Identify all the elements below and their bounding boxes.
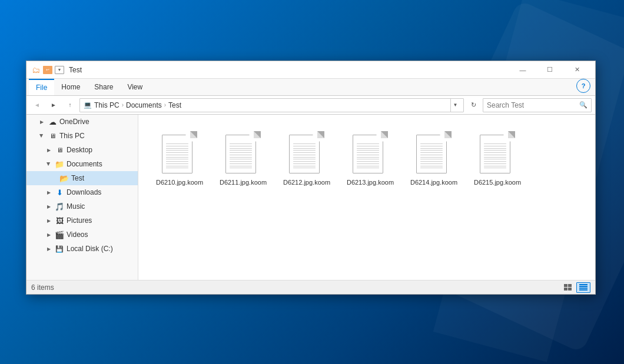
maximize-button[interactable]: ☐ [536,61,563,79]
sidebar-label-desktop: Desktop [67,146,92,154]
svg-rect-3 [568,288,572,290]
back-button[interactable]: ◄ [30,98,44,112]
music-icon: 🎵 [55,202,64,211]
doc-icon-5 [480,131,515,173]
grid-view-icon [579,284,588,291]
qat-icon-1: ↩ [43,66,52,74]
file-explorer-window: 🗂 ↩ ▼ Test — ☐ ✕ File Home Share View ? … [26,61,596,295]
refresh-button[interactable]: ↻ [466,98,480,112]
file-icon-container-1 [222,129,264,176]
doc-icon-2 [289,131,324,173]
this-pc-icon: 🖥 [48,131,57,141]
expand-arrow-onedrive[interactable]: ▶ [38,118,45,125]
expand-arrow-this-pc[interactable]: ▶ [38,132,45,139]
file-name-1: D6211.jpg.koom [220,178,267,186]
expand-arrow-videos[interactable]: ▶ [45,231,52,238]
ribbon-tabs: File Home Share View ? [26,79,595,95]
svg-rect-6 [579,288,588,289]
sidebar-label-test: Test [71,174,84,182]
window-controls: — ☐ ✕ [509,61,590,79]
qat-icon-2: ▼ [55,66,64,74]
file-name-4: D6214.jpg.koom [410,178,457,186]
search-input[interactable] [487,101,577,109]
sidebar-label-downloads: Downloads [67,188,101,196]
minimize-button[interactable]: — [509,61,536,79]
expand-arrow-downloads[interactable]: ▶ [45,189,52,196]
file-grid: D6210.jpg.koom [138,115,595,280]
view-grid-button[interactable] [576,282,590,293]
addressbar: ◄ ► ↑ 💻 This PC › Documents › Test ▼ ↻ 🔍 [26,96,595,115]
file-icon-container-2 [286,129,328,176]
doc-icon-4 [416,131,452,173]
sidebar-item-music[interactable]: ▶ 🎵 Music [26,199,138,213]
breadcrumb-sep-1: › [122,102,124,108]
file-item-0[interactable]: D6210.jpg.koom [150,124,209,191]
folder-icon: 🗂 [31,65,41,75]
file-item-3[interactable]: D6213.jpg.koom [341,124,400,191]
expand-arrow-music[interactable]: ▶ [45,203,52,210]
main-area: ▶ ☁ OneDrive ▶ 🖥 This PC ▶ 🖥 Desktop ▶ 📁… [26,115,595,280]
breadcrumb-test[interactable]: Test [168,101,181,109]
window-title: Test [69,66,509,74]
breadcrumb-sep-2: › [164,102,166,108]
file-item-4[interactable]: D6214.jpg.koom [404,124,463,191]
sidebar-item-pictures[interactable]: ▶ 🖼 Pictures [26,213,138,228]
file-icon-container-5 [476,129,519,176]
sidebar-item-videos[interactable]: ▶ 🎬 Videos [26,228,138,242]
videos-icon: 🎬 [55,230,64,239]
onedrive-icon: ☁ [48,117,57,126]
file-item-5[interactable]: D6215.jpg.koom [468,124,527,191]
sidebar-label-local-disk: Local Disk (C:) [67,245,113,253]
file-item-1[interactable]: D6211.jpg.koom [214,124,273,191]
item-count: 6 items [31,283,54,292]
file-item-2[interactable]: D6212.jpg.koom [277,124,336,191]
help-button[interactable]: ? [576,79,590,93]
file-name-0: D6210.jpg.koom [156,178,203,186]
test-folder-icon: 📂 [59,173,69,183]
file-icon-container-4 [413,129,455,176]
view-list-button[interactable] [561,282,575,293]
expand-arrow-documents[interactable]: ▶ [45,161,52,168]
file-area: D6210.jpg.koom [138,115,595,280]
local-disk-icon: 💾 [55,244,64,253]
breadcrumb-documents[interactable]: Documents [126,101,162,109]
sidebar-label-onedrive: OneDrive [59,118,89,126]
downloads-icon: ⬇ [55,188,64,197]
expand-arrow-desktop[interactable]: ▶ [45,146,52,153]
sidebar-item-test[interactable]: 📂 Test [26,171,138,185]
forward-button[interactable]: ► [47,98,61,112]
expand-arrow-pictures[interactable]: ▶ [45,217,52,224]
tab-file[interactable]: File [29,79,54,95]
view-buttons [561,282,590,293]
sidebar-item-downloads[interactable]: ▶ ⬇ Downloads [26,185,138,199]
tab-share[interactable]: Share [87,79,120,95]
expand-arrow-local-disk[interactable]: ▶ [45,245,52,252]
sidebar-label-videos: Videos [67,231,88,239]
svg-rect-0 [564,284,567,287]
breadcrumb-this-pc[interactable]: This PC [94,101,120,109]
list-view-icon [564,284,572,291]
documents-icon: 📁 [55,159,64,169]
up-button[interactable]: ↑ [63,98,77,112]
close-button[interactable]: ✕ [563,61,590,79]
sidebar-item-this-pc[interactable]: ▶ 🖥 This PC [26,129,138,143]
sidebar-label-documents: Documents [67,160,102,168]
svg-rect-5 [579,286,588,287]
tab-home[interactable]: Home [54,79,87,95]
sidebar-item-documents[interactable]: ▶ 📁 Documents [26,157,138,171]
address-path[interactable]: 💻 This PC › Documents › Test ▼ [79,98,464,112]
sidebar-item-onedrive[interactable]: ▶ ☁ OneDrive [26,115,138,129]
svg-rect-1 [568,284,572,287]
file-name-2: D6212.jpg.koom [283,178,330,186]
sidebar: ▶ ☁ OneDrive ▶ 🖥 This PC ▶ 🖥 Desktop ▶ 📁… [26,115,138,280]
sidebar-item-desktop[interactable]: ▶ 🖥 Desktop [26,143,138,157]
search-button[interactable]: 🔍 [579,101,588,109]
pictures-icon: 🖼 [55,216,64,225]
sidebar-label-music: Music [67,202,85,211]
doc-icon-0 [162,131,197,173]
tab-view[interactable]: View [120,79,150,95]
svg-rect-7 [579,289,588,290]
address-dropdown-button[interactable]: ▼ [450,98,460,112]
sidebar-item-local-disk[interactable]: ▶ 💾 Local Disk (C:) [26,242,138,256]
search-box[interactable]: 🔍 [483,98,592,112]
